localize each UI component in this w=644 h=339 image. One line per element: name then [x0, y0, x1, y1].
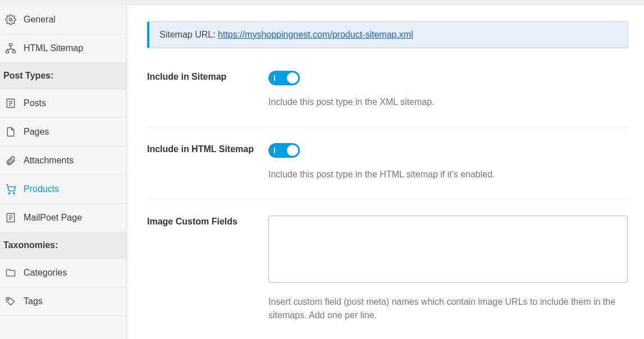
field-label: Image Custom Fields	[147, 216, 268, 227]
sidebar-item-label: Products	[24, 184, 59, 194]
field-help: Include this post type in the XML sitema…	[268, 95, 628, 109]
sidebar-item-label: Tags	[24, 296, 43, 306]
svg-rect-3	[12, 51, 15, 53]
svg-point-8	[8, 193, 10, 194]
sidebar-item-general[interactable]: General	[0, 6, 126, 34]
field-image-custom-fields: Image Custom Fields Insert custom field …	[147, 216, 628, 339]
sidebar-item-label: HTML Sitemap	[24, 43, 83, 53]
svg-point-9	[13, 193, 15, 194]
folder-icon	[4, 267, 17, 279]
sidebar-item-label: Posts	[24, 98, 46, 108]
toggle-knob	[287, 145, 298, 156]
toggle-knob	[287, 72, 298, 84]
sitemap-url-link[interactable]: https://myshoppingnest.com/product-sitem…	[218, 30, 413, 39]
layout: General HTML Sitemap Post Types: Posts P…	[0, 6, 644, 339]
cart-icon	[4, 183, 17, 195]
sidebar-section-taxonomies: Taxonomies:	[0, 232, 126, 259]
toggle-on-indicator	[274, 75, 275, 81]
sidebar-item-html-sitemap[interactable]: HTML Sitemap	[0, 34, 126, 63]
sidebar-item-label: Categories	[24, 268, 67, 278]
page-icon	[4, 126, 17, 138]
field-include-sitemap: Include in Sitemap Include this post typ…	[147, 71, 628, 127]
top-bar	[0, 0, 644, 6]
sidebar: General HTML Sitemap Post Types: Posts P…	[0, 6, 127, 339]
page-lines-icon	[4, 212, 17, 224]
field-label: Include in HTML Sitemap	[147, 143, 268, 154]
post-icon	[4, 97, 17, 109]
sidebar-item-label: General	[24, 15, 56, 25]
image-custom-fields-textarea[interactable]	[268, 216, 628, 283]
field-label: Include in Sitemap	[147, 71, 268, 82]
svg-point-14	[8, 299, 10, 300]
sidebar-item-attachments[interactable]: Attachments	[0, 146, 126, 175]
sitemap-icon	[4, 42, 17, 54]
sidebar-item-products[interactable]: Products	[0, 175, 126, 204]
gear-icon	[4, 13, 17, 26]
sidebar-item-mailpoet-page[interactable]: MailPoet Page	[0, 204, 126, 232]
paperclip-icon	[4, 154, 17, 167]
sidebar-item-label: MailPoet Page	[24, 213, 82, 223]
sidebar-item-posts[interactable]: Posts	[0, 89, 126, 118]
sidebar-item-label: Attachments	[24, 155, 74, 166]
field-include-html-sitemap: Include in HTML Sitemap Include this pos…	[147, 143, 628, 200]
svg-rect-2	[6, 51, 9, 53]
toggle-on-indicator	[274, 148, 275, 153]
sidebar-section-post-types: Post Types:	[0, 63, 126, 89]
sidebar-item-pages[interactable]: Pages	[0, 118, 126, 146]
svg-rect-1	[10, 44, 12, 46]
include-sitemap-toggle[interactable]	[268, 71, 300, 85]
field-help: Insert custom field (post meta) names wh…	[268, 295, 628, 322]
sitemap-url-notice: Sitemap URL: https://myshoppingnest.com/…	[147, 21, 628, 48]
sidebar-item-tags[interactable]: Tags	[0, 287, 126, 316]
main-content: Sitemap URL: https://myshoppingnest.com/…	[127, 6, 644, 339]
include-html-sitemap-toggle[interactable]	[268, 143, 300, 158]
sidebar-item-label: Pages	[24, 127, 49, 137]
field-help: Include this post type in the HTML sitem…	[268, 168, 628, 181]
notice-prefix: Sitemap URL:	[159, 30, 218, 39]
svg-point-0	[10, 19, 12, 21]
sidebar-item-categories[interactable]: Categories	[0, 259, 126, 287]
tag-icon	[4, 295, 17, 308]
